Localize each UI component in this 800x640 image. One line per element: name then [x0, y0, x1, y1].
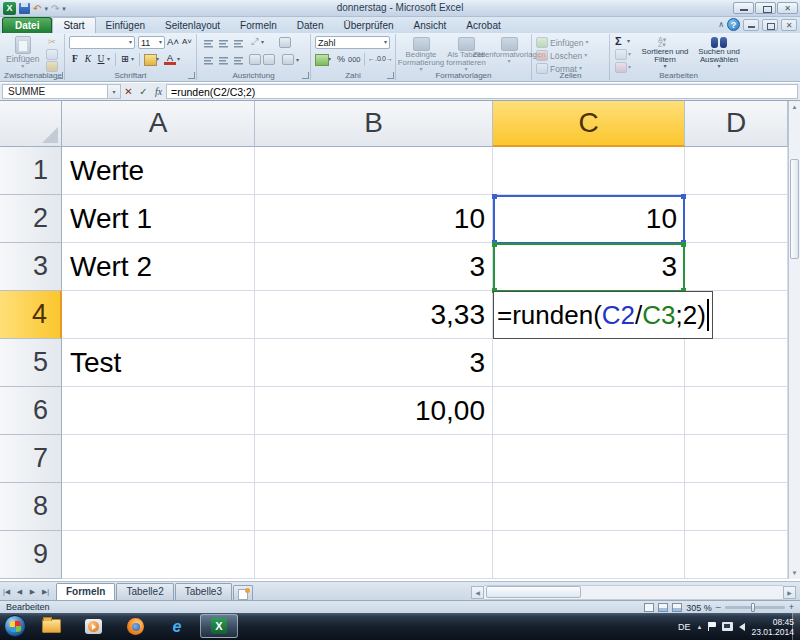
increase-decimal-icon[interactable]: ←.0: [368, 55, 381, 62]
number-format-combo[interactable]: Zahl ▾: [315, 36, 390, 49]
taskbar-excel-button[interactable]: X: [200, 614, 238, 638]
col-header-D[interactable]: D: [685, 101, 788, 147]
action-center-icon[interactable]: [708, 622, 716, 631]
formula-input[interactable]: =runden(C2/C3;2): [166, 84, 798, 99]
taskbar-explorer-button[interactable]: [32, 614, 70, 638]
insert-function-icon[interactable]: fx: [151, 84, 166, 99]
font-name-combo[interactable]: ▾: [69, 36, 135, 49]
find-select-button[interactable]: Suchen und Auswählen ▾: [694, 37, 744, 69]
name-box-dropdown-icon[interactable]: ▾: [108, 84, 121, 99]
sheet-tab-tabelle3[interactable]: Tabelle3: [175, 583, 232, 600]
start-button[interactable]: [4, 615, 26, 637]
scroll-down-icon[interactable]: ▼: [789, 567, 800, 579]
workbook-restore-button[interactable]: [762, 19, 778, 31]
help-icon[interactable]: ?: [727, 18, 740, 31]
tab--berpr-fen[interactable]: Überprüfen: [333, 18, 403, 33]
font-size-combo[interactable]: 11▾: [138, 36, 165, 49]
row-header-1[interactable]: 1: [0, 147, 62, 195]
delete-cells-button[interactable]: Löschen ▾: [536, 50, 587, 61]
accounting-dropdown-icon[interactable]: ▾: [328, 57, 331, 62]
font-color-dropdown-icon[interactable]: ▾: [177, 57, 180, 62]
save-icon[interactable]: [19, 3, 30, 14]
row-header-5[interactable]: 5: [0, 339, 62, 387]
cell-B4[interactable]: 3,33: [255, 291, 493, 339]
scroll-right-icon[interactable]: ▶: [783, 586, 796, 599]
zoom-slider[interactable]: [725, 606, 785, 609]
row-header-6[interactable]: 6: [0, 387, 62, 435]
cell-A6[interactable]: [62, 387, 255, 435]
grow-font-icon[interactable]: A˄: [167, 36, 179, 48]
comma-style-icon[interactable]: 000: [348, 55, 361, 64]
decrease-indent-icon[interactable]: [249, 54, 261, 65]
scroll-left-icon[interactable]: ◀: [471, 586, 484, 599]
row-header-9[interactable]: 9: [0, 531, 62, 579]
align-left-icon[interactable]: [203, 55, 215, 65]
volume-icon[interactable]: [739, 623, 745, 631]
ref-handle[interactable]: [681, 242, 686, 247]
row-header-8[interactable]: 8: [0, 483, 62, 531]
alignment-dialog-launcher[interactable]: [302, 72, 309, 79]
paste-button[interactable]: Einfügen ▾: [6, 36, 40, 69]
clipboard-dialog-launcher[interactable]: [56, 72, 63, 79]
tab-einf-gen[interactable]: Einfügen: [96, 18, 155, 33]
copy-icon[interactable]: [46, 49, 58, 60]
normal-view-icon[interactable]: [644, 603, 654, 612]
increase-indent-icon[interactable]: [263, 54, 275, 65]
prev-sheet-icon[interactable]: ◀: [13, 584, 26, 600]
tab-formeln[interactable]: Formeln: [230, 18, 287, 33]
taskbar-mediaplayer-button[interactable]: [74, 614, 112, 638]
cell-B2[interactable]: 10: [255, 195, 493, 243]
align-top-icon[interactable]: [203, 38, 215, 48]
row-header-2[interactable]: 2: [0, 195, 62, 243]
percent-style-icon[interactable]: %: [337, 54, 345, 64]
conditional-formatting-button[interactable]: Bedingte Formatierung ▾: [398, 37, 444, 72]
cell-D1[interactable]: [685, 147, 788, 195]
edit-cell-C4[interactable]: =runden(C2/C3;2): [493, 291, 713, 339]
cell-B5[interactable]: 3: [255, 339, 493, 387]
insert-cells-button[interactable]: Einfügen ▾: [536, 37, 589, 48]
taskbar-firefox-button[interactable]: [116, 614, 154, 638]
row-header-3[interactable]: 3: [0, 243, 62, 291]
underline-button[interactable]: U: [95, 53, 107, 65]
cell-A8[interactable]: [62, 483, 255, 531]
cell-A3[interactable]: Wert 2: [62, 243, 255, 291]
autosum-icon[interactable]: Σ: [615, 35, 622, 47]
undo-dropdown-icon[interactable]: ▾: [44, 5, 48, 13]
fill-dropdown-icon[interactable]: ▾: [628, 52, 631, 57]
cell-D2[interactable]: [685, 195, 788, 243]
cell-D9[interactable]: [685, 531, 788, 579]
show-desktop-button[interactable]: [792, 613, 800, 640]
borders-icon[interactable]: ⊞: [119, 53, 131, 65]
align-middle-icon[interactable]: [218, 38, 230, 48]
cell-D3[interactable]: [685, 243, 788, 291]
cell-A9[interactable]: [62, 531, 255, 579]
cell-C6[interactable]: [493, 387, 685, 435]
cell-B1[interactable]: [255, 147, 493, 195]
cell-D7[interactable]: [685, 435, 788, 483]
close-button[interactable]: ✕: [777, 2, 798, 14]
merge-center-dropdown-icon[interactable]: ▾: [296, 58, 299, 63]
tab-seitenlayout[interactable]: Seitenlayout: [155, 18, 230, 33]
zoom-in-icon[interactable]: +: [789, 603, 794, 612]
font-color-icon[interactable]: A: [164, 53, 176, 65]
minimize-ribbon-icon[interactable]: ∧: [718, 20, 724, 29]
cell-B9[interactable]: [255, 531, 493, 579]
qat-customize-icon[interactable]: ▾: [62, 5, 66, 13]
cell-A4[interactable]: [62, 291, 255, 339]
underline-dropdown-icon[interactable]: ▾: [107, 57, 110, 62]
first-sheet-icon[interactable]: |◀: [0, 584, 13, 600]
col-header-C[interactable]: C: [493, 101, 685, 147]
align-center-icon[interactable]: [218, 55, 230, 65]
borders-dropdown-icon[interactable]: ▾: [131, 57, 134, 62]
tab-acrobat[interactable]: Acrobat: [456, 18, 510, 33]
merge-center-icon[interactable]: [282, 54, 294, 65]
page-layout-view-icon[interactable]: [658, 603, 668, 612]
align-bottom-icon[interactable]: [233, 38, 245, 48]
paste-dropdown-icon[interactable]: ▾: [21, 64, 24, 69]
workbook-minimize-button[interactable]: [743, 19, 759, 31]
row-header-7[interactable]: 7: [0, 435, 62, 483]
align-right-icon[interactable]: [233, 55, 245, 65]
horizontal-scroll-track[interactable]: [484, 585, 783, 600]
wrap-text-icon[interactable]: [279, 37, 291, 48]
taskbar-clock[interactable]: 08:45 23.01.2014: [751, 617, 794, 637]
